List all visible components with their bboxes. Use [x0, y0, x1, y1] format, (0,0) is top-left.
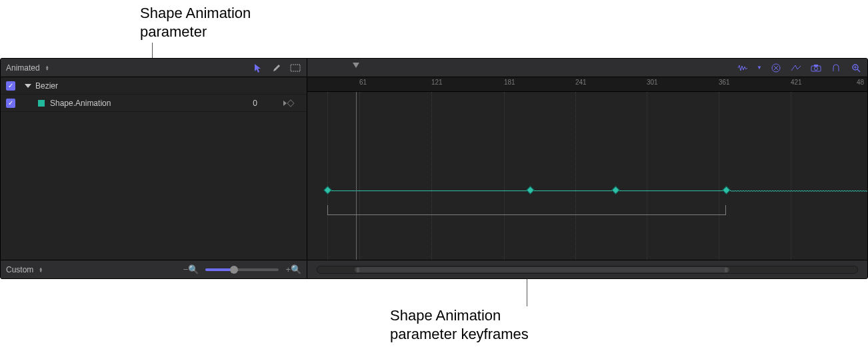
zoom-out-icon[interactable]: −🔍 [183, 264, 199, 274]
ruler-tick: 61 [359, 79, 367, 86]
pointer-tool-icon[interactable] [252, 62, 264, 74]
annotation-shape-keyframes: Shape Animation parameter keyframes [390, 306, 529, 343]
sidebar-toolbar: Animated ▲▼ [1, 59, 307, 77]
disclosure-triangle-icon[interactable] [25, 84, 31, 88]
ruler-tick: 121 [431, 79, 443, 86]
curve-canvas[interactable] [307, 92, 867, 260]
parameter-color-chip [38, 100, 45, 107]
svg-rect-0 [291, 65, 300, 71]
playhead-cap-icon[interactable] [353, 63, 359, 68]
zoom-in-icon[interactable]: +🔍 [285, 264, 301, 274]
keyframe-marker[interactable] [526, 186, 535, 194]
grid-line [575, 92, 576, 260]
sidebar-bottom-bar: Custom ▲▼ −🔍 +🔍 [1, 260, 307, 278]
ruler-tick: 181 [504, 79, 515, 86]
pencil-tool-icon[interactable] [271, 62, 283, 74]
snapshot-icon[interactable] [810, 62, 822, 74]
time-ruler[interactable]: 6112118124130136142148 [307, 77, 867, 92]
grid-line [791, 92, 791, 260]
slider-fill [205, 268, 231, 271]
filter-dropdown[interactable]: Animated ▲▼ [6, 63, 247, 73]
dropdown-arrows-icon: ▲▼ [45, 65, 49, 71]
scrollbar-handle-right[interactable]: || [724, 267, 728, 272]
svg-rect-4 [814, 65, 818, 67]
parameter-list-sidebar: Animated ▲▼ ✓ Bezier [1, 59, 307, 278]
svg-point-3 [815, 67, 818, 70]
keyframe-nav [269, 101, 307, 106]
clear-curves-icon[interactable] [770, 62, 782, 74]
object-label: Bezier [35, 81, 307, 91]
parameter-value[interactable]: 0 [229, 99, 269, 108]
add-keyframe-icon[interactable] [287, 99, 294, 107]
scrollbar-handle-left[interactable]: || [356, 267, 360, 272]
keyframe-marker[interactable] [611, 186, 620, 194]
audio-waveform-icon[interactable] [737, 62, 749, 74]
ruler-tick: 241 [575, 79, 587, 86]
playhead[interactable] [356, 92, 357, 260]
annotation-shape-param: Shape Animation parameter [140, 4, 251, 41]
scrollbar-thumb[interactable] [355, 267, 729, 272]
grid-line [359, 92, 360, 260]
keyframe-marker[interactable] [323, 186, 332, 194]
parameter-label: Shape.Animation [50, 99, 229, 108]
grid-line [719, 92, 719, 260]
curve-extrapolation [731, 190, 867, 192]
grid-line [504, 92, 505, 260]
horizontal-scrollbar[interactable]: || || [317, 266, 858, 274]
slider-knob[interactable] [230, 266, 238, 274]
keyframe-marker[interactable] [722, 186, 731, 194]
curve-dropdown-label: Custom [6, 265, 33, 274]
ruler-tick: 421 [791, 79, 802, 86]
dropdown-arrows-icon: ▲▼ [39, 267, 43, 272]
parameter-tree: ✓ Bezier ✓ Shape.Animation 0 [1, 77, 307, 260]
zoom-slider[interactable] [205, 268, 279, 271]
tree-row-shape-animation[interactable]: ✓ Shape.Animation 0 [1, 95, 307, 112]
grid-line [647, 92, 647, 260]
svg-line-6 [857, 69, 860, 72]
chevron-down-icon[interactable]: ▼ [757, 65, 762, 71]
grid-line [431, 92, 432, 260]
ruler-tick: 48 [857, 79, 864, 86]
ruler-tick: 301 [647, 79, 658, 86]
box-tool-icon[interactable] [289, 62, 301, 74]
curve-dropdown[interactable]: Custom ▲▼ [6, 265, 43, 274]
timeline-bottom-bar: || || [307, 260, 867, 278]
timeline-area: ▼ 6112118124130136142148 [307, 59, 867, 278]
fit-curves-icon[interactable] [790, 62, 802, 74]
ruler-tick: 361 [719, 79, 730, 86]
visibility-checkbox[interactable]: ✓ [6, 81, 15, 91]
timeline-toolbar: ▼ [307, 59, 867, 77]
snap-icon[interactable] [830, 62, 842, 74]
keyframe-editor-panel: Animated ▲▼ ✓ Bezier [0, 58, 868, 279]
visibility-checkbox[interactable]: ✓ [6, 99, 15, 108]
filter-dropdown-label: Animated [6, 63, 40, 73]
tree-row-bezier[interactable]: ✓ Bezier [1, 77, 307, 95]
next-keyframe-icon[interactable] [283, 101, 287, 106]
grid-line [327, 92, 328, 260]
zoom-fit-icon[interactable] [850, 62, 862, 74]
keyframe-range-bracket [327, 205, 726, 215]
